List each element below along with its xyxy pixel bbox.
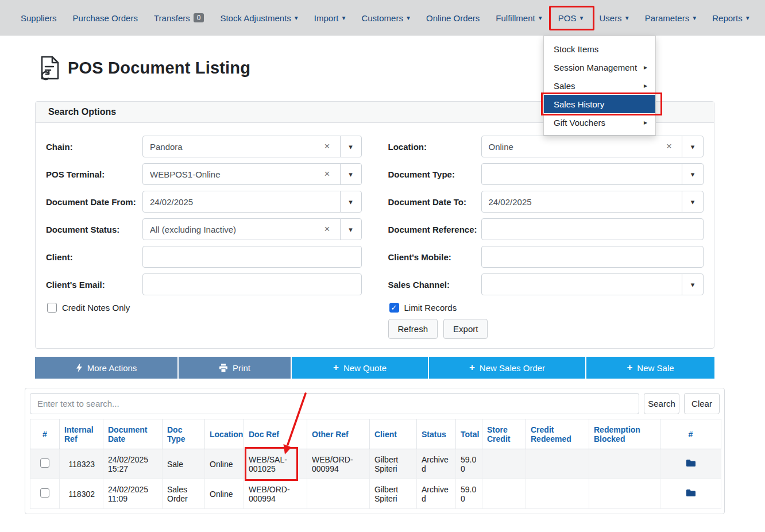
nav-item-fulfillment[interactable]: Fulfillment▾ [488, 0, 550, 36]
document-date-to-input[interactable] [481, 191, 683, 213]
field-sales-channel: Sales Channel: ▾ [388, 273, 704, 295]
field-document-reference: Document Reference: [388, 218, 704, 240]
button-label: New Quote [343, 363, 387, 373]
caret-down-icon: ▾ [693, 14, 696, 22]
header-document-date[interactable]: Document Date [103, 419, 163, 449]
new-sales-order-button[interactable]: + New Sales Order [429, 357, 585, 379]
folder-icon[interactable] [686, 459, 696, 467]
grid-clear-button[interactable]: Clear [684, 393, 720, 414]
nav-item-users[interactable]: Users▾ [591, 0, 636, 36]
nav-label: Reports [712, 13, 743, 23]
header-redemption-blocked[interactable]: Redemption Blocked [589, 419, 660, 449]
field-location: Location: × ▾ [388, 136, 704, 157]
location-dropdown-button[interactable]: ▾ [682, 136, 704, 157]
header-internal-ref[interactable]: Internal Ref [60, 419, 103, 449]
nav-item-reports[interactable]: Reports▾ [704, 0, 758, 36]
clients-email-input[interactable] [142, 273, 362, 295]
search-left-column: Chain: × ▾ POS Terminal: × ▾ Document Da… [46, 136, 362, 339]
header-other-ref[interactable]: Other Ref [307, 419, 370, 449]
document-status-dropdown-button[interactable]: ▾ [340, 218, 362, 240]
document-date-to-dropdown-button[interactable]: ▾ [682, 191, 704, 213]
header-open[interactable]: # [660, 419, 721, 449]
header-store-credit[interactable]: Store Credit [482, 419, 526, 449]
menu-item-sales[interactable]: Sales▸ [544, 76, 655, 95]
header-client[interactable]: Client [370, 419, 417, 449]
nav-item-stock-adjustments[interactable]: Stock Adjustments▾ [212, 0, 306, 36]
header-total[interactable]: Total [456, 419, 482, 449]
check-icon: ✓ [391, 303, 397, 312]
caret-down-icon: ▾ [407, 14, 410, 22]
grid-search-input[interactable] [30, 393, 639, 414]
search-options-panel: Search Options Chain: × ▾ POS Terminal: … [35, 101, 714, 349]
caret-down-icon: ▾ [746, 14, 749, 22]
folder-icon[interactable] [686, 489, 696, 497]
caret-down-icon: ▾ [539, 14, 542, 22]
header-doc-ref[interactable]: Doc Ref [244, 419, 307, 449]
nav-item-purchase-orders[interactable]: Purchase Orders [65, 0, 146, 36]
document-type-dropdown-button[interactable]: ▾ [682, 163, 704, 185]
field-label: Client's Mobile: [388, 252, 481, 262]
field-pos-terminal: POS Terminal: × ▾ [46, 163, 362, 185]
nav-item-pos[interactable]: POS▾ [550, 0, 592, 36]
field-label: Document Date To: [388, 197, 481, 207]
document-reference-input[interactable] [481, 218, 704, 240]
new-sale-button[interactable]: + New Sale [586, 357, 714, 379]
row-checkbox[interactable] [40, 488, 49, 498]
caret-right-icon: ▸ [644, 82, 647, 90]
menu-item-gift-vouchers[interactable]: Gift Vouchers▸ [544, 113, 655, 132]
clear-icon[interactable]: × [320, 163, 334, 185]
client-input[interactable] [142, 246, 362, 268]
pos-terminal-dropdown-button[interactable]: ▾ [340, 163, 362, 185]
header-status[interactable]: Status [417, 419, 456, 449]
nav-item-suppliers[interactable]: Suppliers [13, 0, 65, 36]
header-location[interactable]: Location [205, 419, 244, 449]
sales-channel-dropdown-button[interactable]: ▾ [682, 273, 704, 295]
document-type-input[interactable] [481, 163, 683, 185]
caret-right-icon: ▸ [644, 63, 647, 71]
lightning-icon [76, 363, 83, 372]
document-status-input[interactable] [142, 218, 341, 240]
menu-item-session-management[interactable]: Session Management▸ [544, 58, 655, 76]
sales-channel-input[interactable] [481, 273, 683, 295]
nav-item-import[interactable]: Import▾ [306, 0, 354, 36]
export-button[interactable]: Export [443, 319, 488, 339]
refresh-button[interactable]: Refresh [388, 319, 438, 339]
cell-other-ref: WEB/ORD-000994 [307, 449, 370, 479]
clients-mobile-input[interactable] [481, 246, 704, 268]
cell-location: Online [205, 479, 244, 509]
document-date-from-dropdown-button[interactable]: ▾ [340, 191, 362, 213]
limit-records-checkbox[interactable]: ✓ [389, 303, 399, 313]
cell-store-credit [482, 449, 526, 479]
table-row: 118323 24/02/2025 15:27 Sale Online WEB/… [30, 449, 721, 479]
clear-icon[interactable]: × [320, 218, 334, 240]
menu-item-sales-history[interactable]: Sales History [544, 95, 655, 113]
grid-search-button[interactable]: Search [644, 393, 679, 414]
credit-notes-only-checkbox[interactable] [47, 303, 57, 313]
header-select[interactable]: # [30, 419, 60, 449]
caret-right-icon: ▸ [644, 118, 647, 126]
document-date-from-input[interactable] [142, 191, 341, 213]
nav-item-customers[interactable]: Customers▾ [353, 0, 418, 36]
clear-icon[interactable]: × [662, 136, 676, 157]
nav-item-parameters[interactable]: Parameters▾ [637, 0, 705, 36]
pos-terminal-input[interactable] [142, 163, 341, 185]
chain-input[interactable] [142, 136, 341, 157]
clear-icon[interactable]: × [320, 136, 334, 157]
row-checkbox[interactable] [40, 458, 49, 468]
print-button[interactable]: Print [179, 357, 291, 379]
document-grid-panel: Search Clear # Internal Ref Document Dat… [25, 388, 725, 514]
field-label: Document Reference: [388, 225, 481, 234]
plus-icon: + [627, 362, 632, 373]
document-listing-icon [33, 53, 63, 83]
new-quote-button[interactable]: + New Quote [292, 357, 428, 379]
header-credit-redeemed[interactable]: Credit Redeemed [526, 419, 589, 449]
chain-dropdown-button[interactable]: ▾ [340, 136, 362, 157]
more-actions-button[interactable]: More Actions [35, 357, 177, 379]
nav-item-transfers[interactable]: Transfers0 [146, 0, 212, 36]
header-doc-type[interactable]: Doc Type [163, 419, 205, 449]
location-input[interactable] [481, 136, 683, 157]
nav-item-online-orders[interactable]: Online Orders [418, 0, 488, 36]
credit-notes-only-row: Credit Notes Only [47, 303, 362, 313]
menu-label: Stock Items [554, 44, 598, 54]
menu-item-stock-items[interactable]: Stock Items [544, 40, 655, 58]
